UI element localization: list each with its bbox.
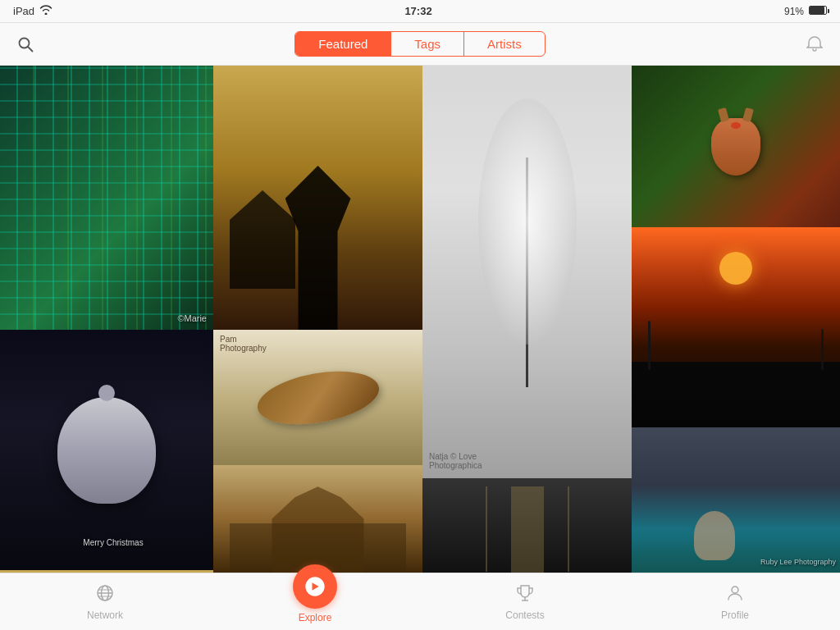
photo-cell-6[interactable]: PamPhotography	[213, 330, 422, 465]
bottom-tab-bar: Network Explore Contests	[0, 573, 840, 630]
time-display: 17:32	[404, 5, 431, 17]
globe-icon	[95, 583, 115, 606]
photo-cell-7[interactable]	[632, 227, 840, 427]
tab-network-label: Network	[87, 609, 123, 621]
battery-percentage: 91%	[784, 6, 804, 17]
photo-overlay-1: ©Marie	[177, 313, 207, 323]
photo-cell-4[interactable]	[632, 66, 840, 227]
tab-contests-label: Contests	[505, 609, 544, 621]
tab-contests[interactable]: Contests	[420, 583, 630, 621]
carrier-label: iPad	[13, 5, 34, 17]
photo-overlay-12: Ruby Lee Photography	[760, 558, 836, 566]
explore-center-button[interactable]	[293, 564, 337, 609]
search-button[interactable]	[13, 32, 38, 57]
tab-profile-label: Profile	[721, 609, 749, 621]
photo-cell-1[interactable]: ©Marie	[0, 66, 213, 330]
photo-cell-2[interactable]	[213, 66, 422, 330]
tab-explore-label: Explore	[299, 612, 332, 623]
trophy-icon	[515, 583, 535, 606]
photo-cell-5[interactable]: Merry Christmas	[0, 330, 213, 570]
status-right: 91%	[784, 6, 827, 17]
wifi-icon	[39, 5, 52, 17]
tab-artists[interactable]: Artists	[464, 32, 545, 56]
photo-grid: ©Marie Merry Christmas	[0, 66, 840, 573]
status-bar: iPad 17:32 91%	[0, 0, 840, 23]
battery-icon	[809, 6, 827, 17]
tab-explore[interactable]: Explore	[210, 581, 420, 623]
status-left: iPad	[13, 5, 52, 17]
main-tab-group: Featured Tags Artists	[294, 31, 545, 57]
svg-point-9	[732, 587, 738, 593]
person-icon	[725, 583, 745, 606]
photo-cell-9[interactable]	[422, 478, 632, 573]
photo-overlay-5: Merry Christmas	[7, 538, 213, 547]
photo-overlay-3: Natja © LovePhotographica	[429, 452, 482, 470]
photo-cell-8[interactable]	[213, 465, 422, 573]
photo-cell-3[interactable]: Natja © LovePhotographica	[422, 66, 632, 478]
tab-tags[interactable]: Tags	[391, 32, 464, 56]
notifications-button[interactable]	[802, 32, 827, 57]
tab-featured[interactable]: Featured	[295, 32, 391, 56]
tab-network[interactable]: Network	[0, 583, 210, 621]
top-nav: Featured Tags Artists	[0, 23, 840, 66]
svg-line-1	[28, 47, 33, 52]
tab-profile[interactable]: Profile	[630, 583, 840, 621]
photo-cell-10[interactable]: Ruby Lee Photography	[632, 427, 840, 573]
photo-overlay-6: PamPhotography	[220, 335, 267, 353]
